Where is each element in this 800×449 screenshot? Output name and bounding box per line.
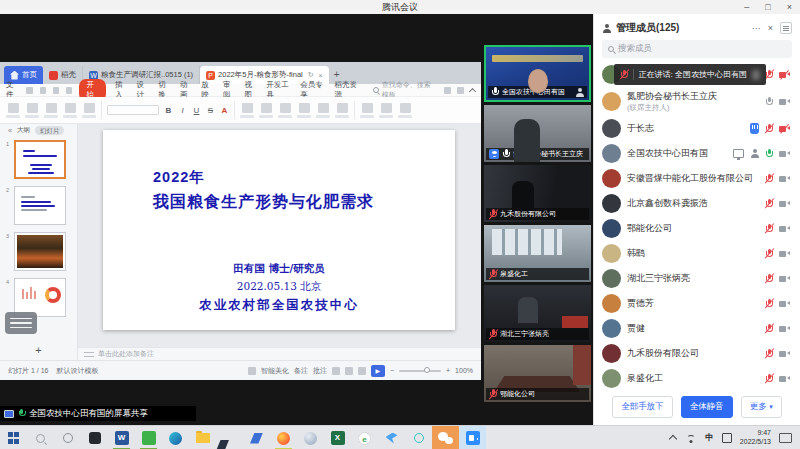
- mic-icon[interactable]: [765, 223, 773, 234]
- camera-icon[interactable]: [779, 200, 790, 208]
- reading-view-icon[interactable]: [358, 367, 366, 375]
- undo-icon[interactable]: [53, 87, 59, 94]
- action-center-icon[interactable]: [779, 433, 792, 443]
- toolbar-icon[interactable]: [379, 103, 393, 118]
- sync-icon[interactable]: ↻: [308, 71, 314, 79]
- member-row[interactable]: 湖北三宁张炳亮: [594, 266, 800, 291]
- mute-all-button[interactable]: 全体静音: [681, 396, 733, 418]
- app-blue-icon[interactable]: [243, 426, 270, 449]
- video-thumbnail[interactable]: 全国农技中心田有国: [484, 45, 591, 102]
- collapse-panel-icon[interactable]: «: [8, 127, 12, 134]
- toolbar-icon[interactable]: [259, 103, 273, 118]
- font-select[interactable]: [107, 105, 159, 115]
- lower-all-hands-button[interactable]: 全部手放下: [612, 396, 673, 418]
- camera-icon[interactable]: [779, 375, 790, 383]
- share-icon[interactable]: [444, 87, 451, 94]
- minimize-button[interactable]: –: [744, 0, 749, 14]
- slideshow-play-button[interactable]: ▶: [371, 365, 385, 377]
- edge-icon[interactable]: [162, 426, 189, 449]
- print-icon[interactable]: [40, 87, 46, 94]
- member-row[interactable]: 氮肥协会秘书长王立庆(联席主持人): [594, 87, 800, 116]
- collaborate-icon[interactable]: [457, 87, 464, 94]
- member-row[interactable]: 于长志: [594, 116, 800, 141]
- toolbar-icon[interactable]: [240, 103, 254, 118]
- slide-thumbnail-3[interactable]: [14, 232, 66, 271]
- format-u-button[interactable]: U: [192, 106, 201, 115]
- camera-icon[interactable]: [779, 150, 790, 158]
- close-button[interactable]: ×: [787, 0, 792, 14]
- camera-icon[interactable]: [779, 125, 790, 133]
- save-icon[interactable]: [26, 87, 32, 94]
- zoom-level[interactable]: 100%: [455, 367, 473, 374]
- word-icon[interactable]: W: [108, 426, 135, 449]
- video-thumbnail[interactable]: 鄂能化公司: [484, 345, 591, 402]
- comments-toggle[interactable]: 批注: [313, 366, 327, 376]
- toolbar-icon[interactable]: [335, 103, 349, 118]
- beautify-icon[interactable]: [248, 367, 256, 375]
- redo-icon[interactable]: [66, 87, 72, 94]
- camera-icon[interactable]: [779, 98, 790, 106]
- member-row[interactable]: 泉盛化工: [594, 366, 800, 391]
- wechat-icon[interactable]: [432, 426, 459, 449]
- search-icon[interactable]: [27, 426, 54, 449]
- tencent-meeting-icon[interactable]: [459, 426, 486, 449]
- toolbar-icon[interactable]: [316, 103, 330, 118]
- member-row[interactable]: 安徽晋煤中能化工股份有限公司: [594, 166, 800, 191]
- camera-icon[interactable]: [779, 275, 790, 283]
- zoom-in-button[interactable]: +: [446, 367, 450, 374]
- app-black-icon[interactable]: [81, 426, 108, 449]
- format-i-button[interactable]: I: [178, 106, 187, 115]
- mic-icon[interactable]: [765, 173, 773, 184]
- mic-icon[interactable]: [765, 348, 773, 359]
- format-b-button[interactable]: B: [164, 106, 173, 115]
- zoom-slider[interactable]: [399, 370, 441, 372]
- camera-icon[interactable]: [779, 350, 790, 358]
- member-row[interactable]: 九禾股份有限公司: [594, 341, 800, 366]
- app-sphere-icon[interactable]: [297, 426, 324, 449]
- tray-expand-icon[interactable]: [669, 435, 677, 443]
- beautify-label[interactable]: 智能美化: [261, 366, 289, 376]
- more-button[interactable]: 更多 ▾: [741, 396, 782, 418]
- video-thumbnail[interactable]: 湖北三宁张炳亮: [484, 285, 591, 342]
- tab-close-icon[interactable]: ×: [319, 72, 323, 79]
- slide-thumbnail-1[interactable]: [14, 140, 66, 179]
- slide-sorter-icon[interactable]: [345, 367, 353, 375]
- mic-icon[interactable]: [765, 148, 773, 159]
- new-slide-button[interactable]: +: [0, 344, 77, 356]
- app-green-icon[interactable]: [135, 426, 162, 449]
- slide-thumbnail-2[interactable]: [14, 186, 66, 225]
- toolbar-icon[interactable]: [6, 103, 20, 118]
- windows-start-icon[interactable]: [0, 426, 27, 449]
- navigation-widget[interactable]: [5, 312, 37, 334]
- camera-icon[interactable]: [779, 225, 790, 233]
- collapse-ribbon-icon[interactable]: [469, 87, 476, 94]
- camera-icon[interactable]: [779, 325, 790, 333]
- member-row[interactable]: 贾健: [594, 316, 800, 341]
- notes-bar[interactable]: 单击此处添加备注: [78, 347, 481, 360]
- panel-more-button[interactable]: ···: [752, 23, 761, 33]
- video-thumbnail[interactable]: 泉盛化工: [484, 225, 591, 282]
- excel-icon[interactable]: X: [324, 426, 351, 449]
- video-thumbnail[interactable]: 氮肥协会秘书长王立庆: [484, 105, 591, 162]
- member-search-input[interactable]: 搜索成员: [602, 40, 792, 58]
- mic-icon[interactable]: [765, 123, 773, 134]
- wifi-icon[interactable]: [684, 433, 697, 443]
- notes-toggle[interactable]: 备注: [294, 366, 308, 376]
- taskbar-clock[interactable]: 9:47 2022/5/13: [740, 429, 771, 446]
- zoom-out-button[interactable]: −: [390, 367, 394, 374]
- panel-layout-button[interactable]: [780, 22, 792, 34]
- member-row[interactable]: 鄂能化公司: [594, 216, 800, 241]
- app-bird-icon[interactable]: [378, 426, 405, 449]
- app-dark-icon[interactable]: [216, 426, 243, 449]
- camera-icon[interactable]: [779, 300, 790, 308]
- normal-view-icon[interactable]: [332, 367, 340, 375]
- mic-icon[interactable]: [765, 273, 773, 284]
- ime-language-indicator[interactable]: 中: [705, 432, 714, 444]
- mic-icon[interactable]: [765, 298, 773, 309]
- wps-tab[interactable]: 稻壳: [43, 66, 83, 84]
- toolbar-icon[interactable]: [82, 103, 96, 118]
- member-row[interactable]: 全国农技中心田有国: [594, 141, 800, 166]
- toolbar-icon[interactable]: [278, 103, 292, 118]
- ime-mode-icon[interactable]: [722, 433, 732, 443]
- toolbar-icon[interactable]: [44, 103, 58, 118]
